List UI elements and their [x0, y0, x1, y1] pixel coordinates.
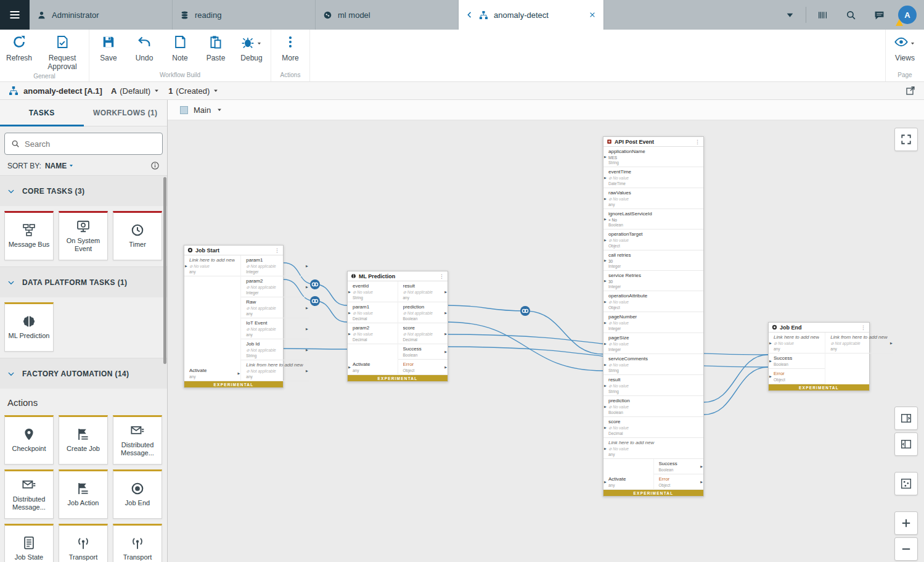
toolbar-undo-button[interactable]: Undo [126, 30, 162, 63]
port-row-operationtarget[interactable]: ▶operationTarget⊘ No valueObject [603, 229, 703, 250]
wire[interactable] [315, 284, 347, 305]
task-card-message-bus[interactable]: Message Bus [4, 211, 54, 260]
port-row-operationattribute[interactable]: ▶operationAttribute⊘ No valueObject [603, 291, 703, 312]
port-row-success[interactable]: ▶SuccessBoolean [398, 344, 448, 360]
task-card-on-system-event[interactable]: On System Event [59, 211, 108, 260]
wire[interactable] [315, 301, 347, 322]
port-row-pagesize[interactable]: ▶pageSize⊘ No valueInteger [603, 333, 703, 354]
node-menu-icon[interactable]: ⋮ [274, 247, 280, 254]
port-row-param2[interactable]: ▶param2⊘ Not applicableInteger [241, 276, 309, 297]
node-header[interactable]: Job End⋮ [769, 323, 869, 333]
port-row-link-from-here-to-add-new[interactable]: ▶Link from here to add new⊘ Not applicab… [825, 333, 893, 353]
port-row-rawvalues[interactable]: ▶rawValues⊘ No valueany [603, 188, 703, 209]
search-input[interactable] [25, 139, 156, 149]
node-header[interactable]: ML Prediction⋮ [348, 271, 448, 281]
global-search-button[interactable] [836, 0, 865, 30]
port-row-applicationname[interactable]: ▶applicationNameMESString [603, 147, 703, 167]
app-tab-ml-model[interactable]: ml model [316, 0, 459, 30]
user-avatar[interactable]: A [898, 6, 917, 24]
port-row-pagenumber[interactable]: ▶pageNumber⊘ No valueInteger [603, 312, 703, 333]
scan-button[interactable] [808, 0, 836, 30]
mapping-badge[interactable] [310, 296, 320, 306]
node-header[interactable]: Job Start⋮ [184, 246, 283, 255]
sort-by-dropdown[interactable]: NAME [45, 162, 74, 170]
node-menu-icon[interactable]: ⋮ [861, 324, 866, 331]
port-row-error[interactable]: ▶ErrorObject [398, 360, 448, 375]
port-row-servicecomments[interactable]: ▶serviceComments⊘ No valueString [603, 354, 703, 375]
wire[interactable] [704, 355, 768, 402]
tab-overflow-button[interactable] [775, 0, 804, 30]
task-card-checkpoint[interactable]: Checkpoint [4, 415, 54, 465]
messages-button[interactable] [865, 0, 893, 30]
port-row-link-from-here-to-add-new[interactable]: ▶Link from here to add new⊘ Not applicab… [241, 360, 309, 381]
task-card-distributed-message[interactable]: Distributed Message... [4, 469, 54, 519]
wire[interactable] [525, 311, 603, 354]
sidebar-tab-tasks[interactable]: TASKS [0, 100, 84, 126]
port-row-error[interactable]: ▶ErrorObject [769, 369, 825, 384]
sidebar-tab-workflows-1[interactable]: WORKFLOWS (1) [84, 100, 168, 126]
port-row-score[interactable]: ▶score⊘ Not applicableDecimal [398, 323, 448, 344]
port-row-service-retries[interactable]: ▶service Retries30Integer [603, 271, 703, 291]
task-card-timer[interactable]: Timer [113, 211, 162, 260]
overview-map-button[interactable] [894, 472, 918, 495]
toolbar-note-button[interactable]: Note [162, 30, 198, 63]
task-card-transport[interactable]: Transport [113, 524, 162, 562]
port-row-activate[interactable]: ▶Activateany [603, 474, 653, 490]
port-row-activate[interactable]: ▶Activateany [348, 360, 398, 375]
info-icon[interactable] [150, 161, 160, 170]
app-tab-reading[interactable]: reading [173, 0, 316, 30]
port-row-prediction[interactable]: ▶prediction⊘ No valueBoolean [603, 396, 703, 417]
port-row-score[interactable]: ▶score⊘ No valueDecimal [603, 417, 703, 438]
node-job-end[interactable]: Job End⋮▶Link here to add new⊘ No valuea… [768, 322, 870, 391]
port-row-job-id[interactable]: ▶Job Id⊘ Not applicableString [241, 339, 309, 360]
port-row-prediction[interactable]: ▶prediction⊘ Not applicableBoolean [398, 302, 448, 323]
task-card-distributed-message[interactable]: Distributed Message... [113, 415, 162, 465]
toolbar-paste-button[interactable]: Paste [198, 30, 234, 63]
wire[interactable] [448, 305, 525, 311]
task-card-job-state[interactable]: Job State [4, 524, 54, 562]
port-row-link-here-to-add-new[interactable]: ▶Link here to add new⊘ No valueany [603, 438, 703, 459]
port-row-eventid[interactable]: ▶eventId⊘ No valueString [348, 281, 398, 302]
collapse-right-panel-button[interactable] [894, 432, 918, 456]
port-row-result[interactable]: ▶result⊘ Not applicableany [398, 281, 448, 302]
branch-selector[interactable]: A (Default) [111, 86, 160, 96]
close-tab-icon[interactable] [589, 11, 596, 19]
toolbar-request-approval-button[interactable]: Request Approval [37, 30, 88, 72]
task-card-transport[interactable]: Transport [59, 524, 108, 562]
task-card-job-action[interactable]: Job Action [59, 469, 108, 519]
port-row-raw[interactable]: ▶Raw⊘ Not applicableany [241, 297, 309, 318]
port-row-call-retries[interactable]: ▶call retries30Integer [603, 250, 703, 271]
port-row-activate[interactable]: ▶Activateany [184, 366, 240, 381]
task-card-job-end[interactable]: Job End [113, 469, 162, 519]
section-header-factory-automation-14[interactable]: FACTORY AUTOMATION (14) [0, 358, 167, 389]
port-row-ignorelastserviceid[interactable]: ▶ignoreLastServiceId× NoBoolean [603, 209, 703, 229]
wire[interactable] [704, 367, 768, 415]
toolbar-refresh-button[interactable]: Refresh [1, 30, 37, 63]
toolbar-save-button[interactable]: Save [91, 30, 126, 63]
canvas-body[interactable]: Job Start⋮▶Link here to add new⊘ No valu… [168, 120, 924, 562]
expand-right-panel-button[interactable] [894, 407, 918, 430]
port-row-success[interactable]: ▶SuccessBoolean [769, 353, 825, 369]
toolbar-more-button[interactable]: More [272, 30, 308, 63]
node-ml-prediction[interactable]: ML Prediction⋮▶eventId⊘ No valueString▶p… [347, 271, 448, 382]
section-header-data-platform-tasks-1[interactable]: DATA PLATFORM TASKS (1) [0, 267, 167, 297]
toolbar-views-button[interactable]: Views [887, 30, 923, 63]
port-row-param2[interactable]: ▶param2⊘ No valueDecimal [348, 323, 398, 344]
port-row-iot-event[interactable]: ▶IoT Event⊘ Not applicableany [241, 318, 309, 339]
port-row-link-here-to-add-new[interactable]: ▶Link here to add new⊘ No valueany [184, 255, 240, 276]
node-menu-icon[interactable]: ⋮ [439, 273, 444, 279]
caret-down-icon[interactable] [216, 107, 223, 113]
node-api-post-event[interactable]: API Post Event⋮▶applicationNameMESString… [603, 136, 704, 497]
port-row-link-here-to-add-new[interactable]: ▶Link here to add new⊘ No valueany [769, 333, 825, 353]
fullscreen-button[interactable] [894, 128, 918, 151]
port-row-error[interactable]: ▶ErrorObject [654, 474, 704, 490]
zoom-in-button[interactable] [894, 511, 918, 535]
port-row-param1[interactable]: ▶param1⊘ No valueDecimal [348, 302, 398, 323]
view-color-swatch[interactable] [180, 106, 188, 114]
version-selector[interactable]: 1 (Created) [168, 86, 219, 96]
port-row-eventtime[interactable]: ▶eventTime⊘ No valueDateTime [603, 167, 703, 188]
port-row-result[interactable]: ▶result⊘ No valueString [603, 375, 703, 396]
section-header-core-tasks-3[interactable]: CORE TASKS (3) [0, 175, 167, 206]
app-tab-anomaly-detect[interactable]: anomaly-detect [459, 0, 604, 30]
node-job-start[interactable]: Job Start⋮▶Link here to add new⊘ No valu… [184, 245, 284, 388]
